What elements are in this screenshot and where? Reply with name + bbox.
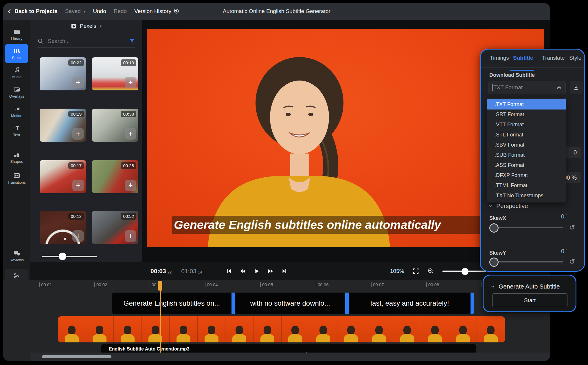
subtitle-clip[interactable]: with no software downlo... <box>235 293 345 314</box>
thumbnail-size-slider[interactable] <box>42 253 97 260</box>
subtitle-track: Generate English subtitles on... with no… <box>112 293 474 314</box>
tab-translate[interactable]: Translate <box>542 55 565 61</box>
tab-style[interactable]: Style <box>569 55 581 61</box>
add-clip-button[interactable]: + <box>72 230 84 242</box>
slider-track <box>489 227 563 228</box>
skewx-slider[interactable] <box>489 223 563 232</box>
active-tab-underline <box>510 70 534 71</box>
format-option[interactable]: .TTML Format <box>487 180 566 191</box>
format-option[interactable]: .SUB Format <box>487 150 566 160</box>
skewy-reset-button[interactable]: ↺ <box>569 258 575 265</box>
undo-button[interactable]: Undo <box>93 8 106 14</box>
format-option[interactable]: .DFXP Format <box>487 170 566 180</box>
add-clip-button[interactable]: + <box>72 128 84 140</box>
stock-thumbnail[interactable]: 00:28 + <box>92 160 138 193</box>
stock-source-dropdown[interactable]: Pexels ▾ <box>30 20 142 32</box>
stock-thumbnail[interactable]: 00:38 + <box>92 109 138 142</box>
chevron-up-icon[interactable] <box>556 85 562 90</box>
download-button[interactable] <box>570 81 583 94</box>
skip-end-button[interactable] <box>281 268 288 274</box>
format-option[interactable]: .ASS Format <box>487 160 566 170</box>
format-option[interactable]: .SRT Format <box>487 110 566 120</box>
format-option[interactable]: .TXT Format <box>487 99 566 110</box>
stock-thumbnail[interactable]: 00:12 + <box>40 211 86 244</box>
slider-track <box>42 256 97 257</box>
sidebar-item-reviews[interactable]: Reviews <box>5 246 28 265</box>
add-clip-button[interactable]: + <box>125 180 136 191</box>
skewy-slider[interactable] <box>489 258 563 266</box>
slider-handle[interactable] <box>489 223 499 233</box>
chat-bubbles-icon <box>13 250 20 257</box>
transition-icon <box>13 172 20 179</box>
redo-button[interactable]: Redo <box>114 8 127 14</box>
format-option[interactable]: .VTT Format <box>487 120 566 130</box>
search-input[interactable] <box>47 38 126 45</box>
duration-badge: 00:19 <box>68 111 84 117</box>
current-frames: 22 <box>168 270 172 274</box>
sidebar-item-transitions[interactable]: Transitions <box>5 169 28 188</box>
stock-thumbnail[interactable]: 00:52 + <box>92 211 138 244</box>
stock-thumbnail[interactable]: 00:17 + <box>40 160 86 193</box>
stock-thumbnail[interactable]: 00:19 + <box>40 109 86 142</box>
slider-handle[interactable] <box>59 253 66 260</box>
sidebar-item-library[interactable]: Library <box>5 25 28 44</box>
tab-subtitle[interactable]: Subtitle <box>513 55 533 61</box>
add-clip-button[interactable]: + <box>72 77 84 88</box>
zoom-out-icon[interactable] <box>427 268 434 275</box>
add-clip-button[interactable]: + <box>125 128 136 140</box>
sidebar-item-motion[interactable]: Motion <box>5 102 28 121</box>
stock-thumbnail[interactable]: 00:13 + <box>92 57 138 90</box>
version-history-button[interactable]: Version History <box>134 8 179 14</box>
back-to-projects-button[interactable]: Back to Projects <box>7 8 58 14</box>
zoom-level[interactable]: 105% <box>390 268 404 274</box>
stock-thumbnail[interactable]: 00:22 + <box>40 57 86 90</box>
clip-trim-handle[interactable] <box>345 293 349 314</box>
skewx-value: 0 ° <box>561 213 567 220</box>
fast-forward-button[interactable] <box>267 268 274 274</box>
fullscreen-icon[interactable] <box>412 268 419 275</box>
format-option[interactable]: .TXT No Timestamps <box>487 191 566 201</box>
sidebar-item-stock[interactable]: Stock <box>5 44 28 63</box>
subtitle-overlay-text: Generate English subtitles online automa… <box>172 218 441 232</box>
add-clip-button[interactable]: + <box>125 230 136 242</box>
sidebar-item-shapes[interactable]: Shapes <box>5 148 28 167</box>
format-option[interactable]: .STL Format <box>487 130 566 140</box>
saved-menu[interactable]: Saved ▾ <box>65 8 85 14</box>
stock-source-label: Pexels <box>80 23 96 29</box>
rewind-button[interactable] <box>240 268 246 274</box>
skip-start-button[interactable] <box>226 268 232 274</box>
history-icon <box>174 8 179 14</box>
playhead-handle[interactable] <box>158 281 162 291</box>
motion-icon <box>13 105 20 112</box>
saved-label: Saved <box>65 8 81 14</box>
video-track[interactable] <box>58 316 505 342</box>
slider-handle[interactable] <box>489 258 499 267</box>
preview-zoom-slider[interactable] <box>442 268 486 274</box>
search-row <box>37 35 135 48</box>
chevron-down-icon <box>488 204 493 208</box>
generate-section-header[interactable]: Generate Auto Subtitle <box>490 283 560 290</box>
add-clip-button[interactable]: + <box>125 77 136 88</box>
clip-trim-handle[interactable] <box>231 293 235 314</box>
skewx-reset-button[interactable]: ↺ <box>569 224 575 231</box>
subtitle-clip[interactable]: fast, easy and accurately! <box>349 293 471 314</box>
add-clip-button[interactable]: + <box>72 180 84 191</box>
play-button[interactable] <box>253 268 260 274</box>
sidebar-item-overlays[interactable]: Overlays <box>5 83 28 102</box>
format-option[interactable]: .SBV Format <box>487 140 566 150</box>
start-button[interactable]: Start <box>492 293 567 307</box>
slider-handle[interactable] <box>462 268 468 275</box>
format-select-input[interactable]: TXT Format <box>488 81 566 94</box>
subtitle-clip[interactable]: Generate English subtitles on... <box>112 293 231 314</box>
tab-timings[interactable]: Timings <box>490 55 509 61</box>
total-frames: 14 <box>198 270 202 274</box>
filter-icon[interactable] <box>129 38 135 44</box>
sidebar-item-audio[interactable]: Audio <box>5 63 28 82</box>
perspective-section-header[interactable]: Perspective <box>488 202 528 209</box>
scrollbar-thumb[interactable] <box>42 355 111 358</box>
sidebar-item-text[interactable]: Text <box>5 121 28 140</box>
timeline-scrollbar <box>30 353 550 361</box>
timeline-ruler[interactable]: 00:01 00:02 00:03 00:04 00:05 00:06 00:0… <box>30 280 550 291</box>
clip-trim-handle[interactable] <box>471 293 474 314</box>
ruler-label: 00:04 <box>205 282 218 287</box>
